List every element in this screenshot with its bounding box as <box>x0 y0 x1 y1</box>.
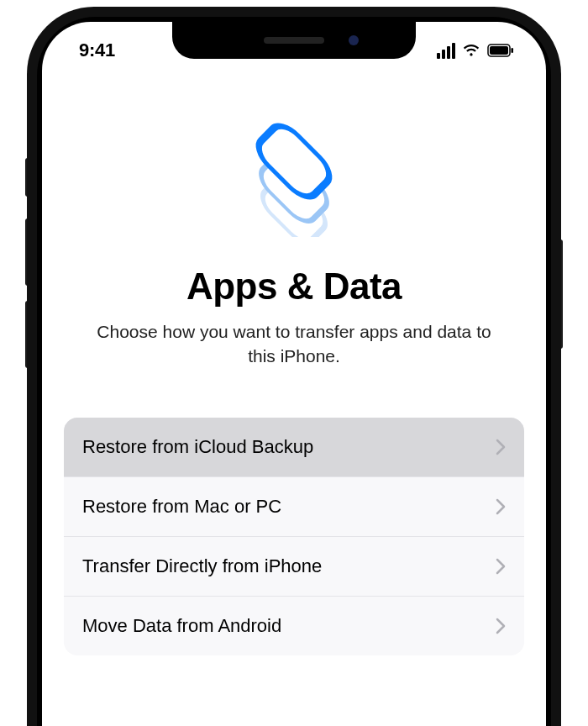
chevron-right-icon <box>496 618 506 634</box>
wifi-icon <box>462 44 480 57</box>
option-label: Restore from Mac or PC <box>82 496 281 518</box>
chevron-right-icon <box>496 558 506 575</box>
phone-notch <box>172 22 416 59</box>
option-label: Transfer Directly from iPhone <box>82 555 322 577</box>
chevron-right-icon <box>496 439 506 455</box>
battery-icon <box>487 44 514 57</box>
phone-frame: 9:41 <box>27 7 561 726</box>
phone-front-camera <box>349 35 359 45</box>
option-restore-mac-pc[interactable]: Restore from Mac or PC <box>64 477 524 537</box>
restore-options-list: Restore from iCloud Backup Restore from … <box>64 418 524 655</box>
option-move-android[interactable]: Move Data from Android <box>64 597 524 655</box>
setup-content: Apps & Data Choose how you want to trans… <box>42 72 546 726</box>
chevron-right-icon <box>496 498 506 515</box>
option-label: Move Data from Android <box>82 615 281 637</box>
phone-speaker <box>264 37 324 44</box>
option-restore-icloud[interactable]: Restore from iCloud Backup <box>64 418 524 477</box>
cellular-signal-icon <box>437 43 455 59</box>
svg-rect-2 <box>512 48 514 53</box>
status-time: 9:41 <box>71 33 115 61</box>
option-transfer-iphone[interactable]: Transfer Directly from iPhone <box>64 537 524 597</box>
status-indicators <box>437 36 517 59</box>
page-subtitle: Choose how you want to transfer apps and… <box>42 319 546 369</box>
apps-data-stack-icon <box>42 119 546 237</box>
phone-bezel: 9:41 <box>37 17 551 726</box>
option-label: Restore from iCloud Backup <box>82 436 313 458</box>
phone-screen: 9:41 <box>42 22 546 726</box>
svg-rect-1 <box>490 46 508 55</box>
page-title: Apps & Data <box>42 266 546 308</box>
